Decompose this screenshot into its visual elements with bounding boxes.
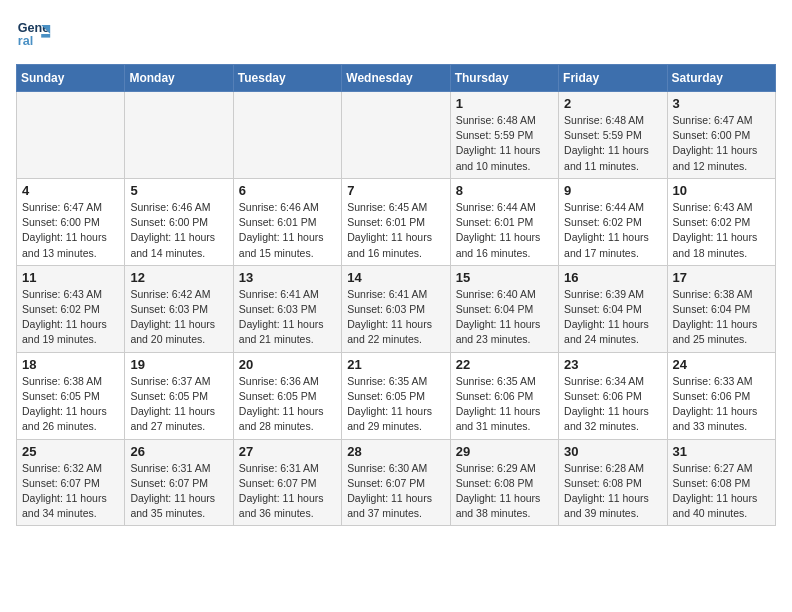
day-cell: 23Sunrise: 6:34 AM Sunset: 6:06 PM Dayli… [559, 352, 667, 439]
day-number: 17 [673, 270, 770, 285]
logo-icon: Gene ral [16, 16, 52, 52]
day-number: 21 [347, 357, 444, 372]
day-number: 12 [130, 270, 227, 285]
day-cell [233, 92, 341, 179]
week-row-3: 11Sunrise: 6:43 AM Sunset: 6:02 PM Dayli… [17, 265, 776, 352]
day-number: 26 [130, 444, 227, 459]
day-number: 10 [673, 183, 770, 198]
day-number: 13 [239, 270, 336, 285]
day-info: Sunrise: 6:48 AM Sunset: 5:59 PM Dayligh… [564, 113, 661, 174]
day-number: 30 [564, 444, 661, 459]
weekday-header-wednesday: Wednesday [342, 65, 450, 92]
day-number: 27 [239, 444, 336, 459]
day-number: 29 [456, 444, 553, 459]
week-row-4: 18Sunrise: 6:38 AM Sunset: 6:05 PM Dayli… [17, 352, 776, 439]
day-number: 11 [22, 270, 119, 285]
day-number: 5 [130, 183, 227, 198]
day-info: Sunrise: 6:31 AM Sunset: 6:07 PM Dayligh… [239, 461, 336, 522]
day-number: 7 [347, 183, 444, 198]
day-cell: 19Sunrise: 6:37 AM Sunset: 6:05 PM Dayli… [125, 352, 233, 439]
day-info: Sunrise: 6:43 AM Sunset: 6:02 PM Dayligh… [22, 287, 119, 348]
day-cell: 5Sunrise: 6:46 AM Sunset: 6:00 PM Daylig… [125, 178, 233, 265]
day-info: Sunrise: 6:37 AM Sunset: 6:05 PM Dayligh… [130, 374, 227, 435]
day-info: Sunrise: 6:42 AM Sunset: 6:03 PM Dayligh… [130, 287, 227, 348]
day-cell: 21Sunrise: 6:35 AM Sunset: 6:05 PM Dayli… [342, 352, 450, 439]
day-info: Sunrise: 6:44 AM Sunset: 6:01 PM Dayligh… [456, 200, 553, 261]
day-cell: 9Sunrise: 6:44 AM Sunset: 6:02 PM Daylig… [559, 178, 667, 265]
day-info: Sunrise: 6:40 AM Sunset: 6:04 PM Dayligh… [456, 287, 553, 348]
day-info: Sunrise: 6:47 AM Sunset: 6:00 PM Dayligh… [22, 200, 119, 261]
day-number: 22 [456, 357, 553, 372]
day-cell: 26Sunrise: 6:31 AM Sunset: 6:07 PM Dayli… [125, 439, 233, 526]
day-cell: 8Sunrise: 6:44 AM Sunset: 6:01 PM Daylig… [450, 178, 558, 265]
day-cell: 18Sunrise: 6:38 AM Sunset: 6:05 PM Dayli… [17, 352, 125, 439]
day-cell: 10Sunrise: 6:43 AM Sunset: 6:02 PM Dayli… [667, 178, 775, 265]
day-number: 28 [347, 444, 444, 459]
day-info: Sunrise: 6:48 AM Sunset: 5:59 PM Dayligh… [456, 113, 553, 174]
week-row-2: 4Sunrise: 6:47 AM Sunset: 6:00 PM Daylig… [17, 178, 776, 265]
day-cell: 17Sunrise: 6:38 AM Sunset: 6:04 PM Dayli… [667, 265, 775, 352]
calendar-body: 1Sunrise: 6:48 AM Sunset: 5:59 PM Daylig… [17, 92, 776, 526]
weekday-header-friday: Friday [559, 65, 667, 92]
day-cell: 31Sunrise: 6:27 AM Sunset: 6:08 PM Dayli… [667, 439, 775, 526]
day-number: 2 [564, 96, 661, 111]
day-number: 16 [564, 270, 661, 285]
day-info: Sunrise: 6:38 AM Sunset: 6:04 PM Dayligh… [673, 287, 770, 348]
day-number: 15 [456, 270, 553, 285]
weekday-header-tuesday: Tuesday [233, 65, 341, 92]
day-info: Sunrise: 6:30 AM Sunset: 6:07 PM Dayligh… [347, 461, 444, 522]
day-info: Sunrise: 6:38 AM Sunset: 6:05 PM Dayligh… [22, 374, 119, 435]
weekday-header-sunday: Sunday [17, 65, 125, 92]
day-cell: 22Sunrise: 6:35 AM Sunset: 6:06 PM Dayli… [450, 352, 558, 439]
weekday-header-monday: Monday [125, 65, 233, 92]
day-info: Sunrise: 6:41 AM Sunset: 6:03 PM Dayligh… [347, 287, 444, 348]
day-number: 24 [673, 357, 770, 372]
calendar-header: SundayMondayTuesdayWednesdayThursdayFrid… [17, 65, 776, 92]
calendar-table: SundayMondayTuesdayWednesdayThursdayFrid… [16, 64, 776, 526]
day-cell: 12Sunrise: 6:42 AM Sunset: 6:03 PM Dayli… [125, 265, 233, 352]
day-cell: 14Sunrise: 6:41 AM Sunset: 6:03 PM Dayli… [342, 265, 450, 352]
day-info: Sunrise: 6:36 AM Sunset: 6:05 PM Dayligh… [239, 374, 336, 435]
weekday-header-saturday: Saturday [667, 65, 775, 92]
day-info: Sunrise: 6:34 AM Sunset: 6:06 PM Dayligh… [564, 374, 661, 435]
day-cell: 6Sunrise: 6:46 AM Sunset: 6:01 PM Daylig… [233, 178, 341, 265]
day-cell: 1Sunrise: 6:48 AM Sunset: 5:59 PM Daylig… [450, 92, 558, 179]
day-info: Sunrise: 6:35 AM Sunset: 6:06 PM Dayligh… [456, 374, 553, 435]
svg-rect-4 [41, 34, 50, 38]
day-cell: 27Sunrise: 6:31 AM Sunset: 6:07 PM Dayli… [233, 439, 341, 526]
day-number: 14 [347, 270, 444, 285]
day-cell [342, 92, 450, 179]
day-info: Sunrise: 6:35 AM Sunset: 6:05 PM Dayligh… [347, 374, 444, 435]
day-info: Sunrise: 6:28 AM Sunset: 6:08 PM Dayligh… [564, 461, 661, 522]
day-number: 23 [564, 357, 661, 372]
day-info: Sunrise: 6:43 AM Sunset: 6:02 PM Dayligh… [673, 200, 770, 261]
day-number: 8 [456, 183, 553, 198]
day-number: 4 [22, 183, 119, 198]
day-cell: 16Sunrise: 6:39 AM Sunset: 6:04 PM Dayli… [559, 265, 667, 352]
day-info: Sunrise: 6:33 AM Sunset: 6:06 PM Dayligh… [673, 374, 770, 435]
day-number: 25 [22, 444, 119, 459]
day-cell [17, 92, 125, 179]
logo: Gene ral [16, 16, 54, 52]
day-info: Sunrise: 6:39 AM Sunset: 6:04 PM Dayligh… [564, 287, 661, 348]
weekday-row: SundayMondayTuesdayWednesdayThursdayFrid… [17, 65, 776, 92]
day-cell: 2Sunrise: 6:48 AM Sunset: 5:59 PM Daylig… [559, 92, 667, 179]
day-info: Sunrise: 6:45 AM Sunset: 6:01 PM Dayligh… [347, 200, 444, 261]
day-info: Sunrise: 6:47 AM Sunset: 6:00 PM Dayligh… [673, 113, 770, 174]
page-header: Gene ral [16, 16, 776, 52]
day-info: Sunrise: 6:44 AM Sunset: 6:02 PM Dayligh… [564, 200, 661, 261]
day-number: 18 [22, 357, 119, 372]
day-number: 19 [130, 357, 227, 372]
day-info: Sunrise: 6:27 AM Sunset: 6:08 PM Dayligh… [673, 461, 770, 522]
day-cell: 13Sunrise: 6:41 AM Sunset: 6:03 PM Dayli… [233, 265, 341, 352]
day-cell: 4Sunrise: 6:47 AM Sunset: 6:00 PM Daylig… [17, 178, 125, 265]
week-row-5: 25Sunrise: 6:32 AM Sunset: 6:07 PM Dayli… [17, 439, 776, 526]
day-cell: 20Sunrise: 6:36 AM Sunset: 6:05 PM Dayli… [233, 352, 341, 439]
day-info: Sunrise: 6:46 AM Sunset: 6:01 PM Dayligh… [239, 200, 336, 261]
day-cell: 7Sunrise: 6:45 AM Sunset: 6:01 PM Daylig… [342, 178, 450, 265]
day-cell [125, 92, 233, 179]
day-info: Sunrise: 6:32 AM Sunset: 6:07 PM Dayligh… [22, 461, 119, 522]
day-cell: 28Sunrise: 6:30 AM Sunset: 6:07 PM Dayli… [342, 439, 450, 526]
day-info: Sunrise: 6:31 AM Sunset: 6:07 PM Dayligh… [130, 461, 227, 522]
day-cell: 3Sunrise: 6:47 AM Sunset: 6:00 PM Daylig… [667, 92, 775, 179]
